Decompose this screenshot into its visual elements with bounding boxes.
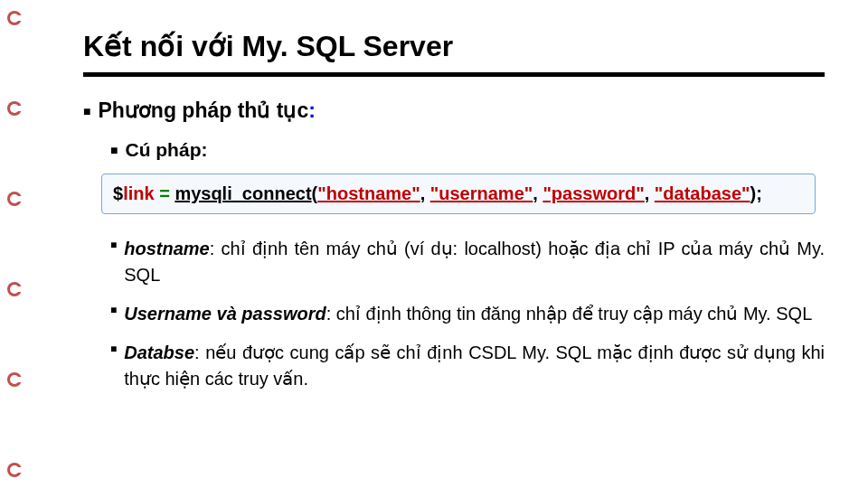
code-var: link <box>123 183 154 203</box>
list-item-body: : chỉ định thông tin đăng nhập để truy c… <box>326 304 813 324</box>
slide-title: Kết nối với My. SQL Server <box>83 29 825 70</box>
square-bullet-icon: ■ <box>110 239 117 292</box>
list-item-text: Username và password: chỉ định thông tin… <box>124 301 812 327</box>
slide-content: Kết nối với My. SQL Server ■ Phương pháp… <box>83 29 825 405</box>
code-arg-hostname: "hostname" <box>317 183 420 203</box>
description-list: ■ hostname: chỉ định tên máy chủ (ví dụ:… <box>110 236 825 392</box>
deco-bullet-icon <box>5 99 24 117</box>
deco-bullet-icon <box>5 461 24 479</box>
deco-bullet-icon <box>5 9 24 27</box>
left-decorative-bullets <box>0 0 33 488</box>
section-heading-row: ■ Phương pháp thủ tục: <box>83 99 825 123</box>
list-item-lead: Databse <box>124 343 194 362</box>
subsection-heading-row: ■ Cú pháp: <box>110 139 825 161</box>
section-heading: Phương pháp thủ tục: <box>98 99 315 123</box>
code-comma: , <box>420 183 430 203</box>
list-item-body: : chỉ định tên máy chủ (ví dụ: localhost… <box>124 239 825 285</box>
code-equals: = <box>155 183 175 203</box>
svg-rect-5 <box>14 106 24 111</box>
code-syntax-box: $link = mysqli_connect("hostname", "user… <box>101 174 816 214</box>
svg-rect-8 <box>14 196 24 202</box>
code-arg-username: "username" <box>430 183 533 203</box>
list-item: ■ hostname: chỉ định tên máy chủ (ví dụ:… <box>110 236 825 288</box>
square-bullet-icon: ■ <box>83 105 90 117</box>
section-heading-colon: : <box>308 99 316 122</box>
code-dollar: $ <box>113 183 123 203</box>
square-bullet-icon: ■ <box>110 343 117 396</box>
list-item: ■ Databse: nếu được cung cấp sẽ chỉ định… <box>110 340 825 392</box>
list-item-lead: Username và password <box>124 304 326 324</box>
code-close-paren: ); <box>750 183 762 203</box>
code-function: mysqli_connect <box>175 183 311 203</box>
deco-bullet-icon <box>5 190 24 208</box>
list-item-text: Databse: nếu được cung cấp sẽ chỉ định C… <box>124 340 825 392</box>
square-bullet-icon: ■ <box>110 305 117 331</box>
subsection-heading: Cú pháp: <box>125 139 207 161</box>
square-bullet-icon: ■ <box>110 144 118 156</box>
list-item: ■ Username và password: chỉ định thông t… <box>110 301 825 327</box>
list-item-body: : nếu được cung cấp sẽ chỉ định CSDL My.… <box>124 343 825 389</box>
code-arg-password: "password" <box>542 183 644 203</box>
list-item-text: hostname: chỉ định tên máy chủ (ví dụ: l… <box>124 236 825 288</box>
code-comma: , <box>645 183 655 203</box>
svg-rect-11 <box>14 286 24 292</box>
deco-bullet-icon <box>5 371 24 389</box>
deco-bullet-icon <box>5 280 24 298</box>
svg-rect-2 <box>14 15 24 21</box>
list-item-lead: hostname <box>124 239 209 258</box>
svg-rect-17 <box>14 467 24 473</box>
section-heading-text: Phương pháp thủ tục <box>98 99 308 122</box>
code-arg-database: "database" <box>655 183 750 203</box>
title-underline <box>83 72 825 77</box>
svg-rect-14 <box>14 377 24 382</box>
code-comma: , <box>533 183 542 203</box>
